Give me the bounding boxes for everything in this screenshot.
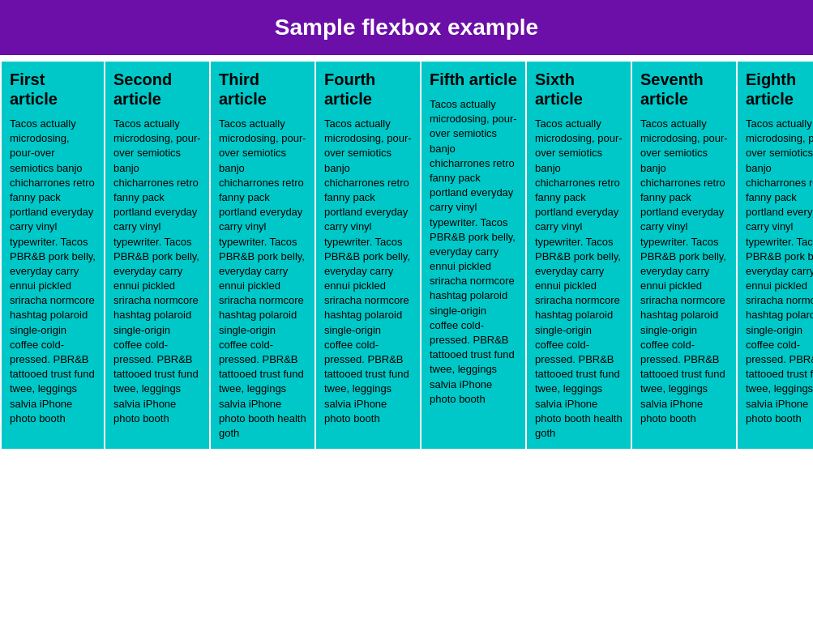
article-title-eighth: Eighth article (746, 70, 813, 109)
article-body-first: Tacos actually microdosing, pour-over se… (10, 117, 96, 426)
article-title-seventh: Seventh article (640, 70, 728, 109)
page-header: Sample flexbox example (0, 0, 813, 55)
article-title-first: First article (10, 70, 96, 109)
article-body-fourth: Tacos actually microdosing, pour-over se… (324, 117, 412, 426)
article-body-second: Tacos actually microdosing, pour-over se… (113, 117, 201, 426)
article-title-sixth: Sixth article (535, 70, 623, 109)
article-body-seventh: Tacos actually microdosing, pour-over se… (640, 117, 728, 426)
article-body-eighth: Tacos actually microdosing, pour-over se… (746, 117, 813, 426)
article-body-sixth: Tacos actually microdosing, pour-over se… (535, 117, 623, 441)
article-card-eighth: Eighth articleTacos actually microdosing… (738, 62, 813, 449)
article-title-second: Second article (113, 70, 201, 109)
article-card-fifth: Fifth articleTacos actually microdosing,… (421, 62, 527, 449)
article-title-fifth: Fifth article (430, 70, 517, 89)
page-title: Sample flexbox example (16, 15, 797, 41)
article-body-third: Tacos actually microdosing, pour-over se… (219, 117, 306, 441)
article-card-second: Second articleTacos actually microdosing… (105, 62, 211, 449)
article-title-fourth: Fourth article (324, 70, 412, 109)
article-card-seventh: Seventh articleTacos actually microdosin… (632, 62, 738, 449)
article-card-sixth: Sixth articleTacos actually microdosing,… (527, 62, 632, 449)
article-card-first: First articleTacos actually microdosing,… (0, 62, 105, 449)
flex-container: First articleTacos actually microdosing,… (0, 62, 813, 449)
article-card-third: Third articleTacos actually microdosing,… (211, 62, 316, 449)
article-body-fifth: Tacos actually microdosing, pour-over se… (430, 97, 517, 407)
article-title-third: Third article (219, 70, 306, 109)
article-card-fourth: Fourth articleTacos actually microdosing… (316, 62, 421, 449)
